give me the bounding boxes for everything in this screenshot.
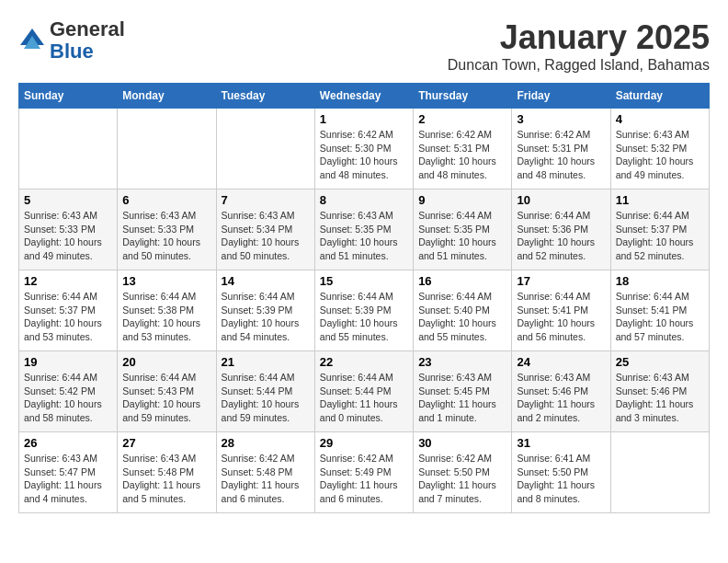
day-info: Sunrise: 6:42 AM Sunset: 5:31 PM Dayligh… bbox=[517, 128, 605, 182]
calendar-cell: 17Sunrise: 6:44 AM Sunset: 5:41 PM Dayli… bbox=[512, 270, 610, 351]
day-info: Sunrise: 6:43 AM Sunset: 5:34 PM Dayligh… bbox=[222, 209, 310, 263]
day-number: 1 bbox=[320, 112, 408, 126]
weekday-header-row: SundayMondayTuesdayWednesdayThursdayFrid… bbox=[19, 84, 710, 109]
week-row-5: 26Sunrise: 6:43 AM Sunset: 5:47 PM Dayli… bbox=[19, 432, 710, 513]
day-info: Sunrise: 6:44 AM Sunset: 5:43 PM Dayligh… bbox=[122, 371, 210, 425]
week-row-3: 12Sunrise: 6:44 AM Sunset: 5:37 PM Dayli… bbox=[19, 270, 710, 351]
day-number: 23 bbox=[418, 355, 506, 369]
calendar-cell: 31Sunrise: 6:41 AM Sunset: 5:50 PM Dayli… bbox=[512, 432, 610, 513]
day-number: 25 bbox=[616, 355, 704, 369]
day-number: 11 bbox=[616, 193, 704, 207]
day-info: Sunrise: 6:42 AM Sunset: 5:50 PM Dayligh… bbox=[418, 452, 506, 506]
weekday-header-friday: Friday bbox=[512, 84, 610, 109]
day-info: Sunrise: 6:42 AM Sunset: 5:31 PM Dayligh… bbox=[418, 128, 506, 182]
day-number: 27 bbox=[122, 436, 210, 450]
week-row-1: 1Sunrise: 6:42 AM Sunset: 5:30 PM Daylig… bbox=[19, 109, 710, 190]
calendar-cell: 24Sunrise: 6:43 AM Sunset: 5:46 PM Dayli… bbox=[512, 351, 610, 432]
day-number: 24 bbox=[517, 355, 605, 369]
day-info: Sunrise: 6:42 AM Sunset: 5:30 PM Dayligh… bbox=[320, 128, 408, 182]
day-info: Sunrise: 6:43 AM Sunset: 5:33 PM Dayligh… bbox=[24, 209, 112, 263]
day-info: Sunrise: 6:41 AM Sunset: 5:50 PM Dayligh… bbox=[517, 452, 605, 506]
day-number: 10 bbox=[517, 193, 605, 207]
calendar-cell: 13Sunrise: 6:44 AM Sunset: 5:38 PM Dayli… bbox=[118, 270, 216, 351]
day-info: Sunrise: 6:42 AM Sunset: 5:49 PM Dayligh… bbox=[320, 452, 408, 506]
weekday-header-thursday: Thursday bbox=[414, 84, 512, 109]
title-block: January 2025 Duncan Town, Ragged Island,… bbox=[448, 18, 710, 74]
calendar-table: SundayMondayTuesdayWednesdayThursdayFrid… bbox=[18, 83, 710, 513]
day-number: 8 bbox=[320, 193, 408, 207]
calendar-cell: 23Sunrise: 6:43 AM Sunset: 5:45 PM Dayli… bbox=[414, 351, 512, 432]
day-number: 2 bbox=[418, 112, 506, 126]
day-info: Sunrise: 6:44 AM Sunset: 5:37 PM Dayligh… bbox=[24, 290, 112, 344]
day-info: Sunrise: 6:43 AM Sunset: 5:46 PM Dayligh… bbox=[616, 371, 704, 425]
calendar-cell: 12Sunrise: 6:44 AM Sunset: 5:37 PM Dayli… bbox=[19, 270, 118, 351]
logo: General Blue bbox=[18, 18, 125, 63]
day-info: Sunrise: 6:44 AM Sunset: 5:38 PM Dayligh… bbox=[122, 290, 210, 344]
day-number: 6 bbox=[122, 193, 210, 207]
day-info: Sunrise: 6:43 AM Sunset: 5:45 PM Dayligh… bbox=[418, 371, 506, 425]
weekday-header-monday: Monday bbox=[118, 84, 216, 109]
calendar-cell: 19Sunrise: 6:44 AM Sunset: 5:42 PM Dayli… bbox=[19, 351, 118, 432]
day-number: 5 bbox=[24, 193, 112, 207]
calendar-cell: 26Sunrise: 6:43 AM Sunset: 5:47 PM Dayli… bbox=[19, 432, 118, 513]
day-number: 16 bbox=[418, 274, 506, 288]
calendar-cell: 29Sunrise: 6:42 AM Sunset: 5:49 PM Dayli… bbox=[314, 432, 413, 513]
day-number: 31 bbox=[517, 436, 605, 450]
day-number: 21 bbox=[222, 355, 310, 369]
calendar-cell: 6Sunrise: 6:43 AM Sunset: 5:33 PM Daylig… bbox=[118, 190, 216, 270]
calendar-cell: 3Sunrise: 6:42 AM Sunset: 5:31 PM Daylig… bbox=[512, 109, 610, 190]
weekday-header-saturday: Saturday bbox=[610, 84, 709, 109]
day-info: Sunrise: 6:43 AM Sunset: 5:46 PM Dayligh… bbox=[517, 371, 605, 425]
calendar-cell bbox=[19, 109, 118, 190]
day-number: 17 bbox=[517, 274, 605, 288]
day-info: Sunrise: 6:44 AM Sunset: 5:41 PM Dayligh… bbox=[517, 290, 605, 344]
weekday-header-tuesday: Tuesday bbox=[216, 84, 314, 109]
calendar-cell: 30Sunrise: 6:42 AM Sunset: 5:50 PM Dayli… bbox=[414, 432, 512, 513]
month-title: January 2025 bbox=[448, 18, 710, 57]
calendar-cell: 2Sunrise: 6:42 AM Sunset: 5:31 PM Daylig… bbox=[414, 109, 512, 190]
day-number: 29 bbox=[320, 436, 408, 450]
day-number: 18 bbox=[616, 274, 704, 288]
day-number: 4 bbox=[616, 112, 704, 126]
day-info: Sunrise: 6:44 AM Sunset: 5:42 PM Dayligh… bbox=[24, 371, 112, 425]
day-number: 30 bbox=[418, 436, 506, 450]
calendar-cell: 15Sunrise: 6:44 AM Sunset: 5:39 PM Dayli… bbox=[314, 270, 413, 351]
calendar-cell: 22Sunrise: 6:44 AM Sunset: 5:44 PM Dayli… bbox=[314, 351, 413, 432]
calendar-cell: 25Sunrise: 6:43 AM Sunset: 5:46 PM Dayli… bbox=[610, 351, 709, 432]
day-number: 15 bbox=[320, 274, 408, 288]
weekday-header-wednesday: Wednesday bbox=[314, 84, 413, 109]
day-info: Sunrise: 6:44 AM Sunset: 5:44 PM Dayligh… bbox=[222, 371, 310, 425]
calendar-cell bbox=[118, 109, 216, 190]
day-number: 7 bbox=[222, 193, 310, 207]
day-number: 14 bbox=[222, 274, 310, 288]
calendar-cell: 11Sunrise: 6:44 AM Sunset: 5:37 PM Dayli… bbox=[610, 190, 709, 270]
day-number: 28 bbox=[222, 436, 310, 450]
day-number: 19 bbox=[24, 355, 112, 369]
calendar-cell bbox=[610, 432, 709, 513]
week-row-2: 5Sunrise: 6:43 AM Sunset: 5:33 PM Daylig… bbox=[19, 190, 710, 270]
day-info: Sunrise: 6:43 AM Sunset: 5:48 PM Dayligh… bbox=[122, 452, 210, 506]
day-number: 26 bbox=[24, 436, 112, 450]
day-number: 12 bbox=[24, 274, 112, 288]
calendar-cell: 14Sunrise: 6:44 AM Sunset: 5:39 PM Dayli… bbox=[216, 270, 314, 351]
day-number: 9 bbox=[418, 193, 506, 207]
day-info: Sunrise: 6:44 AM Sunset: 5:36 PM Dayligh… bbox=[517, 209, 605, 263]
day-info: Sunrise: 6:43 AM Sunset: 5:33 PM Dayligh… bbox=[122, 209, 210, 263]
day-number: 20 bbox=[122, 355, 210, 369]
day-info: Sunrise: 6:43 AM Sunset: 5:47 PM Dayligh… bbox=[24, 452, 112, 506]
calendar-cell: 9Sunrise: 6:44 AM Sunset: 5:35 PM Daylig… bbox=[414, 190, 512, 270]
day-info: Sunrise: 6:44 AM Sunset: 5:44 PM Dayligh… bbox=[320, 371, 408, 425]
logo-general: General bbox=[50, 17, 125, 40]
day-info: Sunrise: 6:44 AM Sunset: 5:37 PM Dayligh… bbox=[616, 209, 704, 263]
calendar-cell: 21Sunrise: 6:44 AM Sunset: 5:44 PM Dayli… bbox=[216, 351, 314, 432]
calendar-cell: 8Sunrise: 6:43 AM Sunset: 5:35 PM Daylig… bbox=[314, 190, 413, 270]
day-info: Sunrise: 6:42 AM Sunset: 5:48 PM Dayligh… bbox=[222, 452, 310, 506]
calendar-cell: 27Sunrise: 6:43 AM Sunset: 5:48 PM Dayli… bbox=[118, 432, 216, 513]
calendar-cell: 16Sunrise: 6:44 AM Sunset: 5:40 PM Dayli… bbox=[414, 270, 512, 351]
logo-text: General Blue bbox=[50, 18, 125, 63]
calendar-cell: 1Sunrise: 6:42 AM Sunset: 5:30 PM Daylig… bbox=[314, 109, 413, 190]
day-info: Sunrise: 6:44 AM Sunset: 5:41 PM Dayligh… bbox=[616, 290, 704, 344]
location-subtitle: Duncan Town, Ragged Island, Bahamas bbox=[448, 57, 710, 74]
day-info: Sunrise: 6:43 AM Sunset: 5:32 PM Dayligh… bbox=[616, 128, 704, 182]
calendar-cell: 10Sunrise: 6:44 AM Sunset: 5:36 PM Dayli… bbox=[512, 190, 610, 270]
